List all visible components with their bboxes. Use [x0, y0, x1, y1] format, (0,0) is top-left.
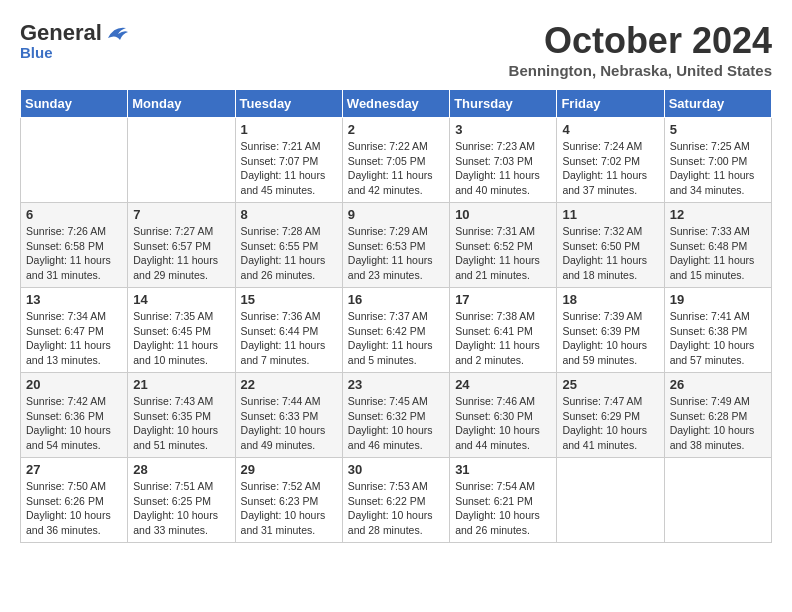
col-header-tuesday: Tuesday: [235, 90, 342, 118]
cell-info: Sunrise: 7:29 AMSunset: 6:53 PMDaylight:…: [348, 224, 444, 283]
day-number: 11: [562, 207, 658, 222]
calendar-cell: 15Sunrise: 7:36 AMSunset: 6:44 PMDayligh…: [235, 288, 342, 373]
day-number: 10: [455, 207, 551, 222]
day-number: 7: [133, 207, 229, 222]
cell-info: Sunrise: 7:31 AMSunset: 6:52 PMDaylight:…: [455, 224, 551, 283]
calendar-cell: 5Sunrise: 7:25 AMSunset: 7:00 PMDaylight…: [664, 118, 771, 203]
cell-info: Sunrise: 7:23 AMSunset: 7:03 PMDaylight:…: [455, 139, 551, 198]
calendar-cell: [128, 118, 235, 203]
cell-info: Sunrise: 7:37 AMSunset: 6:42 PMDaylight:…: [348, 309, 444, 368]
day-number: 13: [26, 292, 122, 307]
calendar-cell: 12Sunrise: 7:33 AMSunset: 6:48 PMDayligh…: [664, 203, 771, 288]
cell-info: Sunrise: 7:47 AMSunset: 6:29 PMDaylight:…: [562, 394, 658, 453]
calendar-cell: 21Sunrise: 7:43 AMSunset: 6:35 PMDayligh…: [128, 373, 235, 458]
calendar-week-2: 6Sunrise: 7:26 AMSunset: 6:58 PMDaylight…: [21, 203, 772, 288]
day-number: 14: [133, 292, 229, 307]
calendar-cell: 9Sunrise: 7:29 AMSunset: 6:53 PMDaylight…: [342, 203, 449, 288]
day-number: 12: [670, 207, 766, 222]
title-block: October 2024 Bennington, Nebraska, Unite…: [509, 20, 772, 79]
cell-info: Sunrise: 7:38 AMSunset: 6:41 PMDaylight:…: [455, 309, 551, 368]
day-number: 17: [455, 292, 551, 307]
logo-bird-icon: [106, 24, 128, 42]
day-number: 18: [562, 292, 658, 307]
col-header-wednesday: Wednesday: [342, 90, 449, 118]
cell-info: Sunrise: 7:27 AMSunset: 6:57 PMDaylight:…: [133, 224, 229, 283]
day-number: 28: [133, 462, 229, 477]
cell-info: Sunrise: 7:43 AMSunset: 6:35 PMDaylight:…: [133, 394, 229, 453]
calendar-cell: 14Sunrise: 7:35 AMSunset: 6:45 PMDayligh…: [128, 288, 235, 373]
day-number: 8: [241, 207, 337, 222]
location: Bennington, Nebraska, United States: [509, 62, 772, 79]
calendar-cell: 16Sunrise: 7:37 AMSunset: 6:42 PMDayligh…: [342, 288, 449, 373]
cell-info: Sunrise: 7:52 AMSunset: 6:23 PMDaylight:…: [241, 479, 337, 538]
calendar-cell: 28Sunrise: 7:51 AMSunset: 6:25 PMDayligh…: [128, 458, 235, 543]
calendar-cell: [21, 118, 128, 203]
cell-info: Sunrise: 7:28 AMSunset: 6:55 PMDaylight:…: [241, 224, 337, 283]
cell-info: Sunrise: 7:45 AMSunset: 6:32 PMDaylight:…: [348, 394, 444, 453]
cell-info: Sunrise: 7:32 AMSunset: 6:50 PMDaylight:…: [562, 224, 658, 283]
calendar-cell: 19Sunrise: 7:41 AMSunset: 6:38 PMDayligh…: [664, 288, 771, 373]
cell-info: Sunrise: 7:22 AMSunset: 7:05 PMDaylight:…: [348, 139, 444, 198]
logo-general: General: [20, 20, 102, 46]
cell-info: Sunrise: 7:53 AMSunset: 6:22 PMDaylight:…: [348, 479, 444, 538]
day-number: 3: [455, 122, 551, 137]
page-header: General Blue October 2024 Bennington, Ne…: [20, 20, 772, 79]
calendar-cell: 10Sunrise: 7:31 AMSunset: 6:52 PMDayligh…: [450, 203, 557, 288]
cell-info: Sunrise: 7:26 AMSunset: 6:58 PMDaylight:…: [26, 224, 122, 283]
cell-info: Sunrise: 7:21 AMSunset: 7:07 PMDaylight:…: [241, 139, 337, 198]
calendar-cell: 1Sunrise: 7:21 AMSunset: 7:07 PMDaylight…: [235, 118, 342, 203]
calendar-cell: 11Sunrise: 7:32 AMSunset: 6:50 PMDayligh…: [557, 203, 664, 288]
day-number: 9: [348, 207, 444, 222]
day-number: 20: [26, 377, 122, 392]
calendar-cell: 7Sunrise: 7:27 AMSunset: 6:57 PMDaylight…: [128, 203, 235, 288]
cell-info: Sunrise: 7:41 AMSunset: 6:38 PMDaylight:…: [670, 309, 766, 368]
day-number: 15: [241, 292, 337, 307]
day-number: 22: [241, 377, 337, 392]
calendar-cell: [557, 458, 664, 543]
day-number: 5: [670, 122, 766, 137]
col-header-saturday: Saturday: [664, 90, 771, 118]
day-number: 6: [26, 207, 122, 222]
cell-info: Sunrise: 7:25 AMSunset: 7:00 PMDaylight:…: [670, 139, 766, 198]
calendar-cell: 6Sunrise: 7:26 AMSunset: 6:58 PMDaylight…: [21, 203, 128, 288]
day-number: 16: [348, 292, 444, 307]
day-number: 30: [348, 462, 444, 477]
cell-info: Sunrise: 7:36 AMSunset: 6:44 PMDaylight:…: [241, 309, 337, 368]
calendar-cell: 24Sunrise: 7:46 AMSunset: 6:30 PMDayligh…: [450, 373, 557, 458]
day-number: 29: [241, 462, 337, 477]
day-number: 21: [133, 377, 229, 392]
calendar-week-1: 1Sunrise: 7:21 AMSunset: 7:07 PMDaylight…: [21, 118, 772, 203]
calendar-cell: 4Sunrise: 7:24 AMSunset: 7:02 PMDaylight…: [557, 118, 664, 203]
col-header-thursday: Thursday: [450, 90, 557, 118]
day-number: 2: [348, 122, 444, 137]
day-number: 23: [348, 377, 444, 392]
col-header-friday: Friday: [557, 90, 664, 118]
calendar-cell: 23Sunrise: 7:45 AMSunset: 6:32 PMDayligh…: [342, 373, 449, 458]
col-header-monday: Monday: [128, 90, 235, 118]
calendar-cell: 2Sunrise: 7:22 AMSunset: 7:05 PMDaylight…: [342, 118, 449, 203]
calendar-cell: [664, 458, 771, 543]
logo-blue: Blue: [20, 44, 53, 61]
calendar-cell: 25Sunrise: 7:47 AMSunset: 6:29 PMDayligh…: [557, 373, 664, 458]
cell-info: Sunrise: 7:46 AMSunset: 6:30 PMDaylight:…: [455, 394, 551, 453]
cell-info: Sunrise: 7:54 AMSunset: 6:21 PMDaylight:…: [455, 479, 551, 538]
cell-info: Sunrise: 7:51 AMSunset: 6:25 PMDaylight:…: [133, 479, 229, 538]
cell-info: Sunrise: 7:39 AMSunset: 6:39 PMDaylight:…: [562, 309, 658, 368]
logo: General Blue: [20, 20, 128, 61]
calendar-week-5: 27Sunrise: 7:50 AMSunset: 6:26 PMDayligh…: [21, 458, 772, 543]
calendar-cell: 8Sunrise: 7:28 AMSunset: 6:55 PMDaylight…: [235, 203, 342, 288]
cell-info: Sunrise: 7:42 AMSunset: 6:36 PMDaylight:…: [26, 394, 122, 453]
month-title: October 2024: [509, 20, 772, 62]
calendar-header-row: SundayMondayTuesdayWednesdayThursdayFrid…: [21, 90, 772, 118]
cell-info: Sunrise: 7:44 AMSunset: 6:33 PMDaylight:…: [241, 394, 337, 453]
calendar-cell: 29Sunrise: 7:52 AMSunset: 6:23 PMDayligh…: [235, 458, 342, 543]
calendar-week-4: 20Sunrise: 7:42 AMSunset: 6:36 PMDayligh…: [21, 373, 772, 458]
day-number: 27: [26, 462, 122, 477]
day-number: 31: [455, 462, 551, 477]
day-number: 25: [562, 377, 658, 392]
cell-info: Sunrise: 7:49 AMSunset: 6:28 PMDaylight:…: [670, 394, 766, 453]
day-number: 1: [241, 122, 337, 137]
calendar-cell: 27Sunrise: 7:50 AMSunset: 6:26 PMDayligh…: [21, 458, 128, 543]
calendar-cell: 22Sunrise: 7:44 AMSunset: 6:33 PMDayligh…: [235, 373, 342, 458]
calendar-cell: 26Sunrise: 7:49 AMSunset: 6:28 PMDayligh…: [664, 373, 771, 458]
